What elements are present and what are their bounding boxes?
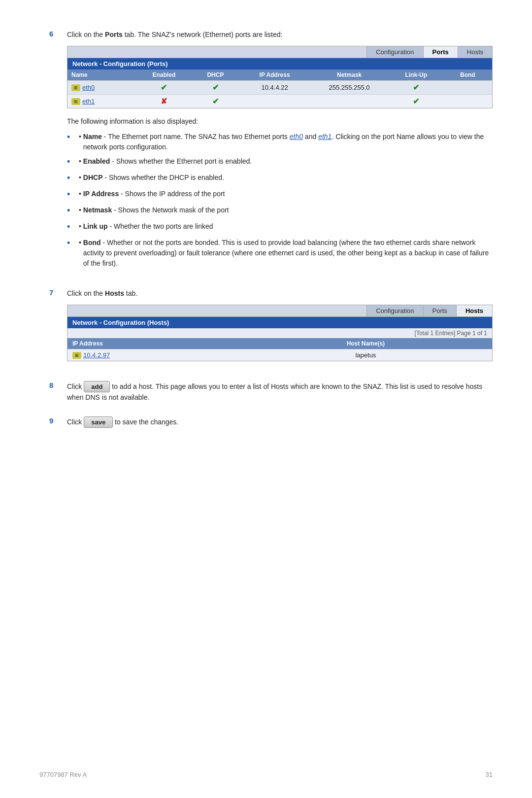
step-8-text: Click add to add a host. This page allow… xyxy=(67,381,493,403)
eth1-enabled-cross: ✘ xyxy=(161,97,167,105)
ports-col-headers: Name Enabled DHCP IP Address Netmask Lin… xyxy=(67,69,492,80)
bullet-dhcp: • DHCP - Shows whether the DHCP is enabl… xyxy=(67,173,493,185)
step-6-number: 6 xyxy=(49,30,67,38)
eth1-icon: ⊞ xyxy=(71,98,80,105)
footer-right: 31 xyxy=(486,771,493,778)
step-6: 6 Click on the Ports tab. The SNAZ's net… xyxy=(49,30,493,277)
eth1-dhcp: ✔ xyxy=(191,95,240,108)
eth0-ip: 10.4.4.22 xyxy=(240,82,309,93)
bullet-netmask: • Netmask - Shows the Network mask of th… xyxy=(67,205,493,217)
table-tabs: Configuration Ports Hosts xyxy=(67,46,492,58)
eth0-dhcp-check: ✔ xyxy=(212,83,219,92)
step-7-text: Click on the Hosts tab. xyxy=(67,288,493,299)
tab-ports[interactable]: Ports xyxy=(423,46,458,58)
tab-hosts-ports[interactable]: Hosts xyxy=(458,46,492,58)
table-row: ⊞ 10.4.2.97 lapetus xyxy=(67,349,492,361)
col-header-ip: IP Address xyxy=(240,69,309,80)
info-bullet-list: • Name - The Ethernet port name. The SNA… xyxy=(67,132,493,269)
step-9: 9 Click save to save the changes. xyxy=(49,416,493,433)
host-ip-icon: ⊞ xyxy=(72,352,81,359)
step-7-content: Click on the Hosts tab. Configuration Po… xyxy=(67,288,493,369)
eth1-name: ⊞ eth1 xyxy=(67,96,137,107)
eth0-dhcp: ✔ xyxy=(191,81,240,94)
hosts-pagination: [Total 1 Entries] Page 1 of 1 xyxy=(67,328,492,338)
tab-configuration-hosts[interactable]: Configuration xyxy=(366,305,423,316)
eth1-linkup-check: ✔ xyxy=(413,97,419,105)
step-7: 7 Click on the Hosts tab. Configuration … xyxy=(49,288,493,369)
eth0-icon: ⊞ xyxy=(71,84,80,91)
eth0-linkup: ✔ xyxy=(389,81,443,94)
table-row: ⊞ eth0 ✔ ✔ 10.4.4.22 255.255.255.0 ✔ xyxy=(67,80,492,94)
tab-hosts[interactable]: Hosts xyxy=(456,305,492,316)
hosts-col-headers: IP Address Host Name(s) xyxy=(67,338,492,349)
hosts-section-title: Network - Configuration (Hosts) xyxy=(67,317,492,328)
step-8: 8 Click add to add a host. This page all… xyxy=(49,381,493,408)
bullet-linkup: • Link up - Whether the two ports are li… xyxy=(67,221,493,234)
step-6-content: Click on the Ports tab. The SNAZ's netwo… xyxy=(67,30,493,277)
host-ip: ⊞ 10.4.2.97 xyxy=(67,349,239,361)
eth0-enabled: ✔ xyxy=(137,81,191,94)
eth0-bond xyxy=(443,86,492,90)
step-7-number: 7 xyxy=(49,288,67,297)
col-header-linkup: Link-Up xyxy=(389,69,443,80)
add-button[interactable]: add xyxy=(84,381,110,392)
hosts-table: Configuration Ports Hosts Network - Conf… xyxy=(67,305,493,361)
ports-section-title: Network - Configuration (Ports) xyxy=(67,58,492,69)
bullet-bond: • Bond - Whether or not the ports are bo… xyxy=(67,238,493,269)
host-hostname: lapetus xyxy=(239,349,492,361)
eth0-name: ⊞ eth0 xyxy=(67,82,137,93)
bullet-name: • Name - The Ethernet port name. The SNA… xyxy=(67,132,493,152)
hosts-table-tabs: Configuration Ports Hosts xyxy=(67,305,492,317)
page-footer: 97707987 Rev A 31 xyxy=(39,771,493,778)
hosts-col-hostname: Host Name(s) xyxy=(239,338,492,349)
step-9-text: Click save to save the changes. xyxy=(67,416,493,428)
eth0-enabled-check: ✔ xyxy=(161,83,167,92)
eth0-netmask: 255.255.255.0 xyxy=(309,82,389,93)
following-text: The following information is also displa… xyxy=(67,116,493,127)
eth1-enabled: ✘ xyxy=(137,95,191,108)
save-button[interactable]: save xyxy=(84,416,113,428)
tab-ports-hosts[interactable]: Ports xyxy=(423,305,456,316)
eth1-link[interactable]: eth1 xyxy=(82,98,95,105)
footer-left: 97707987 Rev A xyxy=(39,771,87,778)
eth0-linkup-check: ✔ xyxy=(413,83,419,92)
host-ip-link[interactable]: 10.4.2.97 xyxy=(83,351,110,359)
tab-configuration[interactable]: Configuration xyxy=(366,46,423,58)
eth1-dhcp-check: ✔ xyxy=(212,97,219,105)
eth1-netmask xyxy=(309,100,389,104)
table-row: ⊞ eth1 ✘ ✔ ✔ xyxy=(67,94,492,108)
col-header-netmask: Netmask xyxy=(309,69,389,80)
col-header-dhcp: DHCP xyxy=(191,69,240,80)
step-9-number: 9 xyxy=(49,416,67,425)
ports-table: Configuration Ports Hosts Network - Conf… xyxy=(67,46,493,108)
bullet-enabled: • Enabled - Shows whether the Ethernet p… xyxy=(67,156,493,169)
eth1-bond xyxy=(443,100,492,104)
eth1-ip xyxy=(240,100,309,104)
eth0-link[interactable]: eth0 xyxy=(82,84,95,91)
hosts-col-ip: IP Address xyxy=(67,338,239,349)
col-header-enabled: Enabled xyxy=(137,69,191,80)
bullet-ip: • IP Address - Shows the IP address of t… xyxy=(67,189,493,201)
step-6-intro: Click on the Ports tab. The SNAZ's netwo… xyxy=(67,30,493,40)
step-8-content: Click add to add a host. This page allow… xyxy=(67,381,493,408)
step-8-number: 8 xyxy=(49,381,67,389)
col-header-bond: Bond xyxy=(443,69,492,80)
col-header-name: Name xyxy=(67,69,137,80)
eth1-linkup: ✔ xyxy=(389,95,443,108)
step-9-content: Click save to save the changes. xyxy=(67,416,493,433)
